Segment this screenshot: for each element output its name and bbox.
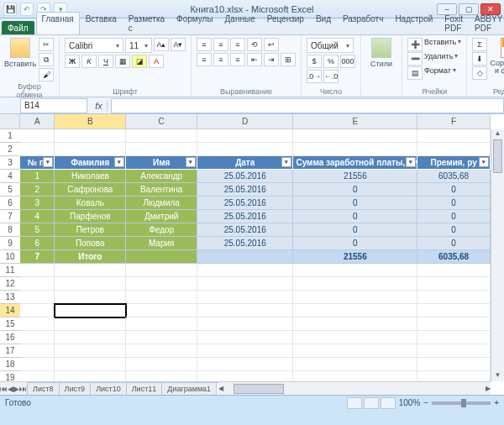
cell-A8[interactable]: 5 <box>20 223 55 237</box>
vscroll-thumb[interactable] <box>493 139 502 173</box>
cell-C14[interactable] <box>126 304 197 317</box>
cell-B9[interactable]: Попова <box>55 237 126 250</box>
cell-A4[interactable]: 1 <box>20 170 55 183</box>
cell-A11[interactable] <box>20 264 55 277</box>
cell-F19[interactable] <box>417 371 491 381</box>
cell-D8[interactable]: 25.05.2016 <box>197 223 293 237</box>
tab-рецензир[interactable]: Рецензир <box>261 12 310 34</box>
cell-B16[interactable] <box>55 331 126 344</box>
clear-icon[interactable]: ◇ <box>472 66 487 80</box>
cell-A1[interactable] <box>20 129 55 143</box>
cell-D1[interactable] <box>197 129 293 143</box>
zoom-slider[interactable] <box>432 401 491 405</box>
cell-C15[interactable] <box>126 317 197 331</box>
column-header-E[interactable]: E <box>293 114 417 129</box>
cell-A13[interactable] <box>20 291 55 304</box>
cell-D13[interactable] <box>197 291 293 304</box>
align-right-icon[interactable]: ≡ <box>230 53 245 66</box>
sort-filter-button[interactable]: 🔽 Сортировка и фильтр <box>491 38 504 81</box>
cell-E5[interactable]: 0 <box>293 183 417 197</box>
sheet-nav-prev-icon[interactable]: ◀ <box>8 385 13 393</box>
cell-F6[interactable]: 0 <box>417 197 491 210</box>
cell-A12[interactable] <box>20 277 55 291</box>
hscroll-thumb[interactable] <box>234 384 284 394</box>
paste-button[interactable]: Вставить <box>5 38 35 81</box>
row-header-4[interactable]: 4 <box>0 170 20 183</box>
cell-C8[interactable]: Федор <box>126 223 197 237</box>
cell-B3[interactable]: Фамилия▾ <box>55 156 126 170</box>
cell-D2[interactable] <box>197 143 293 156</box>
cell-B4[interactable]: Николаев <box>55 170 126 183</box>
increase-font-icon[interactable]: A▴ <box>154 38 169 51</box>
column-header-D[interactable]: D <box>197 114 293 129</box>
zoom-out-icon[interactable]: − <box>423 398 428 407</box>
row-header-17[interactable]: 17 <box>0 344 20 358</box>
cell-A3[interactable]: № п/▾ <box>20 156 55 170</box>
formula-input[interactable] <box>111 98 504 113</box>
cell-D14[interactable] <box>197 304 293 317</box>
number-format-combo[interactable]: Общий▾ <box>307 38 354 53</box>
cell-E16[interactable] <box>293 331 417 344</box>
cell-E1[interactable] <box>293 129 417 143</box>
cell-A15[interactable] <box>20 317 55 331</box>
cell-F13[interactable] <box>417 291 491 304</box>
cell-D9[interactable]: 25.05.2016 <box>197 237 293 250</box>
cell-E8[interactable]: 0 <box>293 223 417 237</box>
cell-B14[interactable] <box>55 304 126 317</box>
cell-D3[interactable]: Дата▾ <box>197 156 293 170</box>
comma-icon[interactable]: 000 <box>340 55 355 68</box>
cell-A17[interactable] <box>20 344 55 358</box>
tab-file[interactable]: Файл <box>2 21 34 34</box>
tab-формулы[interactable]: Формулы <box>171 12 219 34</box>
cell-area[interactable]: № п/▾Фамилия▾Имя▾Дата▾Сумма заработной п… <box>20 129 491 381</box>
cell-F10[interactable]: 6035,68 <box>417 250 491 264</box>
sheet-tab-Лист8[interactable]: Лист8 <box>27 382 60 395</box>
cell-B5[interactable]: Сафронова <box>55 183 126 197</box>
tab-надстрой[interactable]: Надстрой <box>389 12 438 34</box>
scroll-down-icon[interactable]: ▼ <box>491 371 504 381</box>
tab-foxit pdf[interactable]: Foxit PDF <box>438 12 469 34</box>
name-box[interactable]: B14 <box>20 98 87 113</box>
column-header-C[interactable]: C <box>126 114 197 129</box>
filter-dropdown-icon[interactable]: ▾ <box>281 157 291 167</box>
scroll-right-icon[interactable]: ▶ <box>486 385 491 392</box>
cell-B7[interactable]: Парфенов <box>55 210 126 223</box>
cell-E7[interactable]: 0 <box>293 210 417 223</box>
sheet-tab-Лист10[interactable]: Лист10 <box>90 382 127 395</box>
cell-A9[interactable]: 6 <box>20 237 55 250</box>
horizontal-scrollbar[interactable]: ◀ ▶ <box>218 381 491 395</box>
cell-B1[interactable] <box>55 129 126 143</box>
row-header-10[interactable]: 10 <box>0 250 20 264</box>
align-center-icon[interactable]: ≡ <box>213 53 228 66</box>
cell-A19[interactable] <box>20 371 55 381</box>
cell-F2[interactable] <box>417 143 491 156</box>
zoom-level[interactable]: 100% <box>399 398 421 407</box>
tab-вид[interactable]: Вид <box>310 12 337 34</box>
align-middle-icon[interactable]: ≡ <box>213 38 228 51</box>
row-header-12[interactable]: 12 <box>0 277 20 291</box>
cell-F14[interactable] <box>417 304 491 317</box>
row-header-8[interactable]: 8 <box>0 223 20 237</box>
row-header-5[interactable]: 5 <box>0 183 20 197</box>
tab-данные[interactable]: Данные <box>219 12 261 34</box>
cell-E17[interactable] <box>293 344 417 358</box>
cell-D19[interactable] <box>197 371 293 381</box>
autosum-icon[interactable]: Σ <box>472 38 487 51</box>
cell-D4[interactable]: 25.05.2016 <box>197 170 293 183</box>
cell-C19[interactable] <box>126 371 197 381</box>
cell-F9[interactable]: 0 <box>417 237 491 250</box>
cell-C17[interactable] <box>126 344 197 358</box>
cell-E11[interactable] <box>293 264 417 277</box>
cell-F4[interactable]: 6035,68 <box>417 170 491 183</box>
cell-D12[interactable] <box>197 277 293 291</box>
cell-F1[interactable] <box>417 129 491 143</box>
cell-D15[interactable] <box>197 317 293 331</box>
tab-главная[interactable]: Главная <box>36 12 80 34</box>
filter-dropdown-icon[interactable]: ▾ <box>43 157 53 167</box>
row-header-14[interactable]: 14 <box>0 304 20 317</box>
cell-A16[interactable] <box>20 331 55 344</box>
column-header-B[interactable]: B <box>55 114 126 129</box>
cell-F12[interactable] <box>417 277 491 291</box>
row-header-6[interactable]: 6 <box>0 197 20 210</box>
percent-icon[interactable]: % <box>323 55 339 68</box>
